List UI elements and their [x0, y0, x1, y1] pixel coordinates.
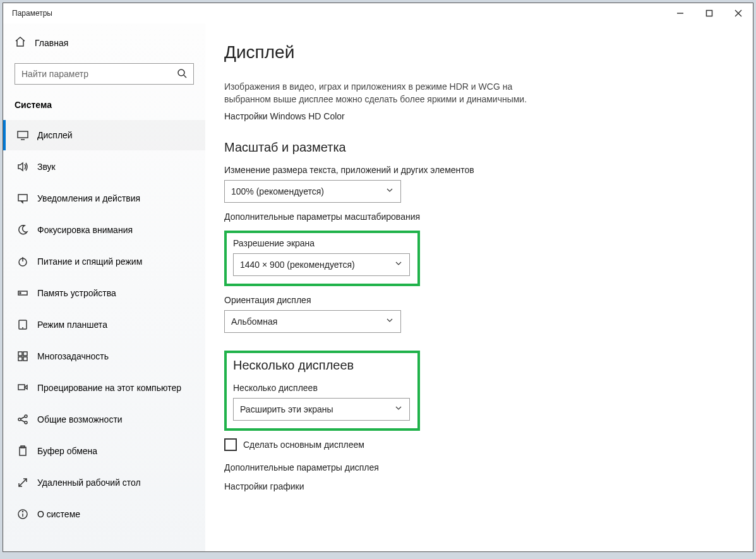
svg-line-24: [21, 420, 25, 422]
scale-heading: Масштаб и разметка: [224, 140, 728, 155]
sidebar-item-tablet[interactable]: Режим планшета: [3, 310, 205, 340]
info-icon: [17, 508, 28, 520]
home-label: Главная: [35, 38, 68, 48]
chevron-down-icon: [385, 186, 394, 196]
sidebar-item-label: Буфер обмена: [37, 446, 97, 456]
scale-select[interactable]: 100% (рекомендуется): [224, 180, 401, 203]
sidebar-item-projecting[interactable]: Проецирование на этот компьютер: [3, 373, 205, 403]
chevron-down-icon: [394, 259, 403, 270]
svg-point-22: [25, 421, 27, 424]
multi-heading: Несколько дисплеев: [233, 358, 411, 373]
home-icon: [15, 36, 26, 49]
sidebar-item-storage[interactable]: Память устройства: [3, 278, 205, 308]
close-button[interactable]: [724, 3, 753, 23]
svg-rect-17: [18, 357, 22, 361]
sidebar-item-label: Звук: [37, 162, 56, 172]
storage-icon: [17, 287, 28, 299]
sidebar-item-focus[interactable]: Фокусировка внимания: [3, 215, 205, 245]
window-body: Главная Найти параметр Система Дисплей З…: [3, 23, 753, 551]
sidebar-item-label: Фокусировка внимания: [37, 225, 133, 235]
content-area: Дисплей Изображения в видео, играх и при…: [205, 23, 753, 551]
svg-point-20: [18, 418, 21, 421]
clipboard-icon: [17, 445, 28, 457]
svg-rect-16: [23, 352, 27, 356]
sidebar-item-label: Удаленный рабочий стол: [37, 478, 141, 488]
minimize-button[interactable]: [666, 3, 695, 23]
chevron-down-icon: [385, 316, 394, 327]
multi-label: Несколько дисплеев: [233, 383, 411, 393]
tablet-icon: [17, 319, 28, 330]
sidebar-item-about[interactable]: О системе: [3, 499, 205, 529]
sidebar-item-label: О системе: [37, 509, 80, 519]
resolution-value: 1440 × 900 (рекомендуется): [240, 260, 355, 270]
advanced-scale-link[interactable]: Дополнительные параметры масштабирования: [224, 212, 728, 222]
sidebar-item-multitask[interactable]: Многозадачность: [3, 341, 205, 371]
make-main-checkbox-row[interactable]: Сделать основным дисплеем: [224, 438, 728, 451]
sidebar-item-label: Режим планшета: [37, 320, 107, 330]
svg-point-30: [23, 512, 23, 512]
svg-point-21: [25, 415, 27, 418]
sound-icon: [17, 161, 28, 172]
checkbox-icon[interactable]: [224, 438, 237, 451]
home-link[interactable]: Главная: [3, 30, 205, 56]
svg-rect-18: [23, 357, 27, 361]
sidebar-item-label: Уведомления и действия: [37, 193, 140, 203]
multi-display-highlight: Несколько дисплеев Несколько дисплеев Ра…: [224, 351, 420, 431]
orientation-value: Альбомная: [231, 316, 277, 327]
page-title: Дисплей: [224, 42, 728, 63]
svg-rect-6: [18, 131, 28, 138]
sidebar-item-label: Питание и спящий режим: [37, 256, 142, 267]
window-title: Параметры: [3, 9, 52, 18]
svg-point-4: [178, 69, 184, 76]
notifications-icon: [17, 193, 28, 204]
multi-value: Расширить эти экраны: [240, 404, 333, 414]
maximize-button[interactable]: [695, 3, 724, 23]
resolution-select[interactable]: 1440 × 900 (рекомендуется): [233, 253, 410, 276]
advanced-display-link[interactable]: Дополнительные параметры дисплея: [224, 462, 728, 472]
resolution-highlight: Разрешение экрана 1440 × 900 (рекомендуе…: [224, 231, 420, 286]
search-placeholder: Найти параметр: [21, 69, 88, 79]
search-input[interactable]: Найти параметр: [15, 63, 194, 85]
scale-label: Изменение размера текста, приложений и д…: [224, 165, 728, 175]
sidebar-item-clipboard[interactable]: Буфер обмена: [3, 436, 205, 466]
svg-line-5: [184, 75, 186, 78]
multitask-icon: [17, 351, 28, 362]
svg-rect-1: [707, 11, 712, 16]
window-controls: [666, 3, 753, 23]
sidebar-item-remote[interactable]: Удаленный рабочий стол: [3, 467, 205, 498]
scale-value: 100% (рекомендуется): [231, 186, 324, 196]
sidebar-item-shared[interactable]: Общие возможности: [3, 404, 205, 435]
svg-rect-19: [18, 385, 25, 390]
sidebar-item-notifications[interactable]: Уведомления и действия: [3, 183, 205, 213]
project-icon: [17, 382, 28, 394]
resolution-label: Разрешение экрана: [233, 238, 411, 248]
sidebar-item-display[interactable]: Дисплей: [3, 120, 205, 150]
display-icon: [17, 129, 28, 141]
hdr-description: Изображения в видео, играх и приложениях…: [224, 80, 527, 106]
svg-rect-25: [20, 447, 26, 455]
sidebar-item-power[interactable]: Питание и спящий режим: [3, 246, 205, 277]
svg-line-23: [21, 417, 25, 419]
settings-window: Параметры Главная Найти параметр Система…: [3, 3, 753, 552]
sidebar-item-sound[interactable]: Звук: [3, 152, 205, 182]
sidebar-item-label: Дисплей: [37, 130, 73, 140]
moon-icon: [17, 224, 28, 236]
sidebar-item-label: Общие возможности: [37, 414, 123, 424]
svg-rect-15: [18, 352, 22, 356]
svg-rect-8: [18, 195, 27, 201]
svg-line-27: [19, 479, 27, 486]
share-icon: [17, 414, 28, 425]
orientation-label: Ориентация дисплея: [224, 295, 728, 305]
make-main-label: Сделать основным дисплеем: [243, 440, 364, 450]
hdr-settings-link[interactable]: Настройки Windows HD Color: [224, 111, 728, 121]
titlebar: Параметры: [3, 3, 753, 23]
search-icon: [177, 68, 187, 80]
sidebar-item-label: Проецирование на этот компьютер: [37, 383, 181, 393]
multi-select[interactable]: Расширить эти экраны: [233, 398, 410, 421]
graphics-settings-link[interactable]: Настройки графики: [224, 481, 728, 491]
svg-point-12: [20, 292, 21, 294]
power-icon: [17, 256, 28, 267]
orientation-select[interactable]: Альбомная: [224, 310, 401, 333]
sidebar-item-label: Многозадачность: [37, 351, 109, 361]
chevron-down-icon: [394, 404, 403, 414]
